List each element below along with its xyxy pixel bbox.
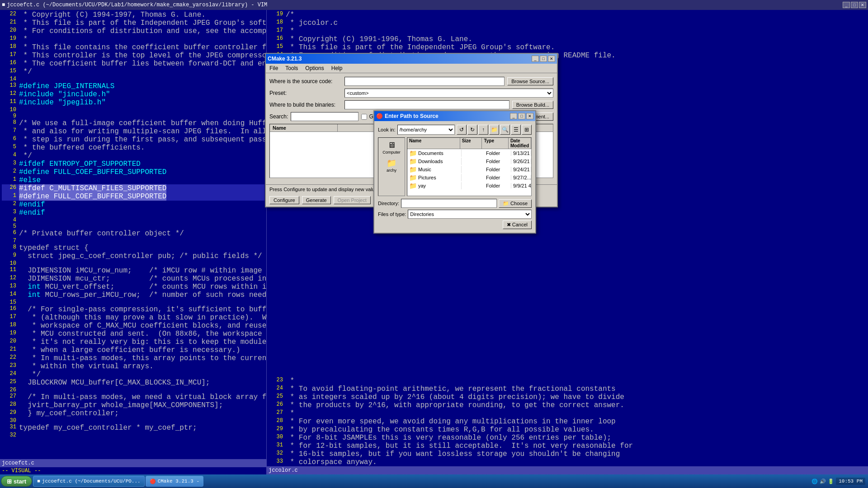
editor-line-selected: 1#define FULL_COEF_BUFFER_SUPPORTED bbox=[2, 192, 264, 201]
nav-back-button[interactable]: ↺ bbox=[457, 125, 467, 135]
editor-line: 24 * To avoid floating-point arithmetic,… bbox=[269, 385, 866, 393]
cmake-window-title: CMake 3.21.3 bbox=[268, 56, 302, 62]
cmake-preset-select[interactable]: <custom> bbox=[344, 89, 553, 98]
cmake-close-button[interactable]: ✕ bbox=[548, 56, 555, 62]
cmake-browse-build-button[interactable]: Browse Build... bbox=[512, 101, 553, 109]
editor-line: 2#endif bbox=[2, 201, 264, 209]
editor-line: 1#else bbox=[2, 176, 264, 184]
editor-line: 6/* Private buffer controller object */ bbox=[2, 230, 264, 238]
left-status-file: jccoefct.c bbox=[2, 459, 34, 467]
search-button[interactable]: 🔍 bbox=[500, 125, 510, 135]
file-row-downloads[interactable]: 📁Downloads Folder 9/26/21 5:28 PM bbox=[407, 157, 531, 165]
editor-line: 8typedef struct { bbox=[2, 244, 264, 252]
path-dialog-controls: _ □ ✕ bbox=[510, 113, 533, 119]
cmake-binaries-label: Where to build the binaries: bbox=[269, 102, 342, 108]
editor-line: 16 /* For single-pass compression, it's … bbox=[2, 305, 264, 314]
file-row-documents[interactable]: 📁Documents Folder 9/13/21 8:51 AM bbox=[407, 149, 531, 157]
editor-line: 16 * The coefficient buffer lies between… bbox=[2, 60, 264, 68]
sidebar-item-computer[interactable]: 🖥 Computer bbox=[382, 140, 401, 155]
nav-up-button[interactable]: ↑ bbox=[478, 125, 488, 135]
cmake-maximize-button[interactable]: □ bbox=[540, 56, 547, 62]
editor-line: 15 */ bbox=[2, 68, 264, 76]
cmake-minimize-button[interactable]: _ bbox=[532, 56, 539, 62]
cmake-menu-tools[interactable]: Tools bbox=[283, 65, 300, 72]
editor-line: 18 * This file contains the coefficient … bbox=[2, 43, 264, 52]
choose-button[interactable]: 📁 Choose bbox=[499, 199, 532, 208]
right-editor-top: 19/* 18 * jccolor.c 17 * 16 * Copyright … bbox=[267, 10, 868, 60]
file-row-pictures[interactable]: 📁Pictures Folder 9/27/2...50 PM bbox=[407, 174, 531, 182]
taskbar-item-cmake[interactable]: 🔴 CMake 3.21.3 - bbox=[146, 476, 203, 487]
left-editor-pane: 22 * Copyright (C) 1994-1997, Thomas G. … bbox=[0, 10, 267, 474]
cmake-source-row: Where is the source code: Browse Source.… bbox=[269, 77, 553, 86]
file-col-size: Size bbox=[460, 138, 482, 149]
cmake-menu-file[interactable]: File bbox=[268, 65, 280, 72]
editor-line: 16 * Copyright (C) 1991-1996, Thomas G. … bbox=[269, 35, 866, 43]
close-button[interactable]: ✕ bbox=[859, 2, 866, 8]
cmake-grouped-checkbox[interactable] bbox=[361, 114, 367, 120]
cmake-open-project-button[interactable]: Open Project bbox=[334, 196, 371, 204]
editor-line: 29 * by precalculating the constants tim… bbox=[269, 426, 866, 434]
taskbar-item-vim[interactable]: ■ jccoefct.c (~/Documents/UCU/PO... bbox=[33, 476, 144, 487]
directory-input[interactable] bbox=[401, 199, 497, 208]
file-row-music[interactable]: 📁Music Folder 9/24/21 2:36 PM bbox=[407, 165, 531, 174]
new-folder-button[interactable]: 📁 bbox=[489, 125, 499, 135]
cmake-binaries-input[interactable] bbox=[344, 100, 509, 109]
start-button[interactable]: ⊞ start bbox=[1, 476, 32, 487]
title-bar: ■ jccoefct.c (~/Documents/UCU/PDK/Lab1/h… bbox=[0, 0, 868, 10]
title-bar-left: ■ jccoefct.c (~/Documents/UCU/PDK/Lab1/h… bbox=[2, 2, 267, 8]
cmake-search-input[interactable] bbox=[291, 112, 359, 121]
cmake-menu-options[interactable]: Options bbox=[303, 65, 326, 72]
list-view-button[interactable]: ☰ bbox=[511, 125, 521, 135]
editor-line: 15 bbox=[2, 299, 264, 305]
editor-line: 7 bbox=[2, 238, 264, 244]
look-in-toolbar: ↺ ↻ ↑ 📁 🔍 ☰ ⊞ bbox=[457, 125, 532, 135]
path-dialog-minimize-button[interactable]: _ bbox=[510, 113, 517, 119]
cmake-browse-source-button[interactable]: Browse Source... bbox=[507, 77, 553, 85]
title-bar-controls: _ □ ✕ bbox=[843, 2, 866, 8]
editor-line: 13#define JPEG_INTERNALS bbox=[2, 82, 264, 90]
volume-icon: 🔊 bbox=[820, 479, 826, 484]
editor-line: 26 * the products by 2^16, with appropri… bbox=[269, 401, 866, 409]
maximize-button[interactable]: □ bbox=[851, 2, 858, 8]
path-dialog-cancel-button[interactable]: ✖ Cancel bbox=[503, 221, 532, 229]
editor-line: 7 * and also for writing multiple-scan J… bbox=[2, 127, 264, 136]
nav-forward-button[interactable]: ↻ bbox=[467, 125, 477, 135]
editor-line: 19 * bbox=[2, 35, 264, 43]
editor-line: 17 * bbox=[269, 27, 866, 35]
file-type-row: Files of type: Directories bbox=[378, 210, 532, 219]
cmake-configure-button[interactable]: Configure bbox=[269, 196, 299, 204]
file-list: Name Size Type Date Modified 📁Documents … bbox=[407, 137, 532, 196]
left-editor-status: jccoefct.c bbox=[0, 459, 266, 467]
path-dialog-maximize-button[interactable]: □ bbox=[518, 113, 525, 119]
right-status-file: jccolor.c bbox=[269, 466, 298, 474]
look-in-select[interactable]: /home/archy bbox=[397, 125, 455, 135]
cmake-binaries-row: Where to build the binaries: Browse Buil… bbox=[269, 100, 553, 109]
editor-line: 15 * This file is part of the Independen… bbox=[269, 43, 866, 52]
directory-row: Directory: 📁 Choose bbox=[378, 199, 532, 208]
folder-icon: 📁 bbox=[409, 182, 417, 189]
look-in-row: Look in: /home/archy ↺ ↻ ↑ 📁 🔍 ☰ ⊞ bbox=[378, 125, 532, 135]
file-type-select[interactable]: Directories bbox=[408, 210, 532, 219]
editor-line: 9 struct jpeg_c_coef_controller pub; /* … bbox=[2, 252, 264, 260]
minimize-button[interactable]: _ bbox=[843, 2, 850, 8]
cmake-generate-button[interactable]: Generate bbox=[302, 196, 331, 204]
editor-line: 2#define FULL_COEF_BUFFER_SUPPORTED bbox=[2, 168, 264, 176]
cmake-preset-label: Preset: bbox=[269, 90, 342, 96]
path-dialog-close-button[interactable]: ✕ bbox=[526, 113, 533, 119]
folder-icon: 📁 bbox=[409, 166, 417, 173]
cmake-source-input[interactable] bbox=[344, 77, 505, 86]
detail-view-button[interactable]: ⊞ bbox=[522, 125, 532, 135]
editor-line: 11 JDIMENSION iMCU_row_num; /* iMCU row … bbox=[2, 267, 264, 275]
editor-line: 22 * In multi-pass modes, this array poi… bbox=[2, 354, 264, 362]
cmake-menu-help[interactable]: Help bbox=[330, 65, 344, 72]
file-row-yay[interactable]: 📁yay Folder 9/9/21 4:21 PM bbox=[407, 182, 531, 190]
path-dialog-body: Look in: /home/archy ↺ ↻ ↑ 📁 🔍 ☰ ⊞ 🖥 Com… bbox=[374, 121, 535, 233]
editor-line: 18 * jccolor.c bbox=[269, 19, 866, 27]
path-dialog-icon: 🔴 bbox=[376, 113, 383, 119]
sidebar-item-archy[interactable]: 📁 archy bbox=[386, 157, 397, 174]
editor-line: 23 * within the virtual arrays. bbox=[2, 362, 264, 371]
editor-line: 10 bbox=[2, 260, 264, 267]
cmake-search-label: Search: bbox=[269, 113, 288, 120]
directory-label: Directory: bbox=[378, 201, 399, 206]
app-icon: ■ bbox=[2, 2, 5, 8]
